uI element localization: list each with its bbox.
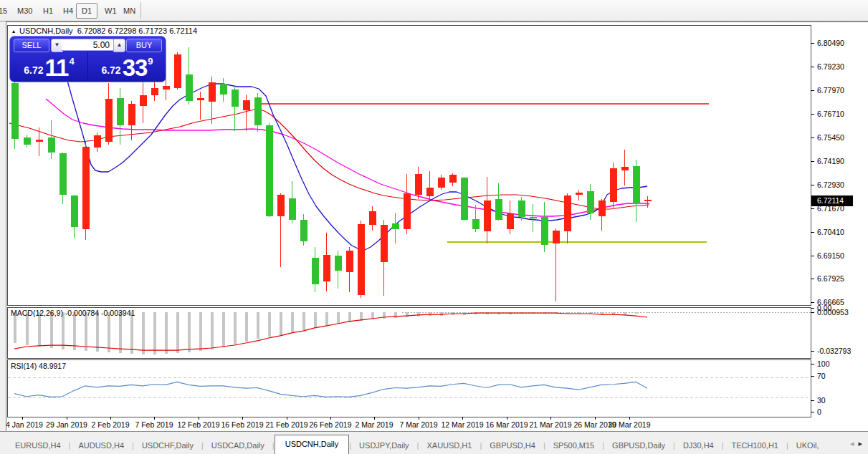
svg-text:RSI(14) 48.9917: RSI(14) 48.9917: [11, 362, 66, 370]
svg-text:12 Feb 2019: 12 Feb 2019: [178, 420, 220, 429]
svg-text:29 Jan 2019: 29 Jan 2019: [46, 420, 87, 429]
sell-price-big-digits: 11: [45, 57, 69, 79]
tab-GBPUSD-H4[interactable]: GBPUSD,H4: [482, 438, 543, 454]
tab-TECH100-H1[interactable]: TECH100,H1: [724, 438, 786, 454]
tab-EURUSD-H4[interactable]: EURUSD,H4: [7, 438, 69, 454]
svg-text:6.77970: 6.77970: [817, 86, 844, 95]
tab-USDCNH-Daily[interactable]: USDCNH,Daily: [275, 435, 350, 454]
svg-text:21 Mar 2019: 21 Mar 2019: [530, 420, 572, 429]
timeframe-toolbar: 15M30H1H4D1W1MN: [0, 0, 868, 21]
tab-scroll-arrows: ◂▸: [847, 439, 868, 454]
tab-XAUUSD-H1[interactable]: XAUUSD,H1: [419, 438, 480, 454]
sell-price-display[interactable]: 6.72 11 4: [10, 52, 88, 81]
sell-price-handle: 6.72: [24, 64, 43, 76]
tab-DJ30-H4[interactable]: DJ30,H4: [675, 438, 722, 454]
svg-text:21 Feb 2019: 21 Feb 2019: [266, 420, 308, 429]
svg-text:70: 70: [817, 372, 826, 380]
tab-UKOil-[interactable]: UKOil,: [788, 438, 827, 454]
svg-text:2 Mar 2019: 2 Mar 2019: [355, 420, 393, 429]
timeframe-button-D1[interactable]: D1: [76, 3, 97, 19]
svg-text:-0.032793: -0.032793: [817, 347, 851, 355]
chart-title: ▴USDCNH,Daily 6.72082 6.72298 6.71723 6.…: [12, 26, 197, 35]
svg-text:6.75450: 6.75450: [817, 133, 844, 142]
sell-price-pip: 4: [69, 56, 74, 67]
tab-USDJPY-Daily[interactable]: USDJPY,Daily: [351, 438, 417, 454]
svg-text:6.70410: 6.70410: [817, 228, 844, 236]
buy-price-handle: 6.72: [101, 64, 120, 76]
svg-text:6.79230: 6.79230: [817, 62, 844, 71]
tab-AUDUSD-H4[interactable]: AUDUSD,H4: [70, 438, 132, 454]
buy-price-big-digits: 33: [123, 57, 148, 79]
buy-button[interactable]: BUY: [126, 39, 162, 52]
svg-text:7 Feb 2019: 7 Feb 2019: [135, 420, 173, 429]
buy-price-pip: 9: [148, 56, 153, 67]
timeframe-button-H1[interactable]: H1: [37, 3, 59, 19]
volume-input[interactable]: 5.00: [62, 39, 113, 51]
svg-text:6.74190: 6.74190: [817, 157, 844, 165]
svg-text:0.000953: 0.000953: [817, 308, 849, 317]
one-click-trade-panel: SELL ▼ 5.00 ▲ BUY 6.72 11 4 6.72 33 9: [9, 36, 166, 82]
tab-USDCAD-Daily[interactable]: USDCAD,Daily: [204, 438, 272, 454]
chart-window[interactable]: 6.804906.792306.779706.767106.754506.741…: [6, 21, 868, 432]
price-chart-canvas[interactable]: 6.804906.792306.779706.767106.754506.741…: [6, 22, 868, 432]
tab-scroll-right-icon[interactable]: ▸: [858, 439, 862, 448]
symbol-tab-strip: EURUSD,H4|AUDUSD,H4|USDCHF,Daily|USDCAD,…: [0, 435, 847, 454]
svg-text:MACD(12,26,9) -0.000784 -0.003: MACD(12,26,9) -0.000784 -0.003941: [11, 309, 135, 317]
chart-ohlc-values: 6.72082 6.72298 6.71723 6.72114: [77, 26, 197, 35]
svg-text:6.69150: 6.69150: [817, 251, 844, 260]
svg-text:100: 100: [817, 359, 830, 368]
svg-text:6.72114: 6.72114: [817, 196, 844, 205]
svg-text:16 Mar 2019: 16 Mar 2019: [486, 420, 528, 429]
svg-text:16 Feb 2019: 16 Feb 2019: [221, 420, 264, 429]
tab-USDCHF-Daily[interactable]: USDCHF,Daily: [134, 438, 201, 454]
svg-text:6.76710: 6.76710: [817, 110, 844, 118]
collapse-triangle-icon[interactable]: ▴: [12, 28, 15, 34]
mt4-window: { "toolbar":{"timeframes":["15","M30","H…: [0, 0, 868, 454]
svg-text:30 Mar 2019: 30 Mar 2019: [609, 420, 651, 429]
symbol-tab-bar: EURUSD,H4|AUDUSD,H4|USDCHF,Daily|USDCAD,…: [0, 431, 868, 454]
buy-price-display[interactable]: 6.72 33 9: [88, 52, 166, 81]
svg-text:6.72930: 6.72930: [817, 180, 844, 189]
svg-text:2 Feb 2019: 2 Feb 2019: [91, 420, 129, 429]
timeframe-button-M30[interactable]: M30: [11, 3, 38, 19]
tab-SP500-M15[interactable]: SP500,M15: [545, 438, 602, 454]
tab-scroll-left-icon[interactable]: ◂: [850, 439, 854, 448]
svg-text:7 Mar 2019: 7 Mar 2019: [399, 420, 437, 429]
svg-text:0: 0: [817, 407, 821, 416]
volume-increase-button[interactable]: ▲: [113, 39, 125, 52]
timeframe-button-MN[interactable]: MN: [118, 3, 141, 19]
svg-text:12 Mar 2019: 12 Mar 2019: [442, 420, 484, 429]
svg-text:6.80490: 6.80490: [817, 39, 844, 47]
tab-GBPUSD-Daily[interactable]: GBPUSD,Daily: [604, 438, 673, 454]
svg-text:24 Jan 2019: 24 Jan 2019: [6, 420, 43, 429]
svg-text:30: 30: [817, 396, 826, 405]
svg-text:26 Feb 2019: 26 Feb 2019: [310, 420, 352, 429]
chart-symbol-label: USDCNH,Daily: [19, 26, 73, 35]
svg-text:6.67925: 6.67925: [817, 274, 844, 283]
sell-button[interactable]: SELL: [14, 39, 49, 52]
